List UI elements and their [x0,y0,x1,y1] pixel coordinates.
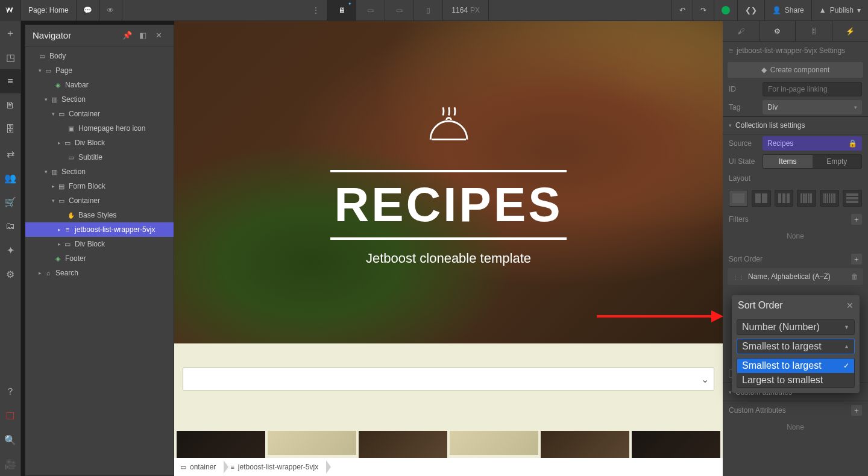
tree-row-form[interactable]: ▸Form Block [25,179,174,193]
sort-field-select[interactable]: Number (Number)▼ [737,319,855,335]
thumb-item[interactable] [177,431,265,458]
hero-title: RECIPES [330,170,566,240]
navigator-icon[interactable]: ≡ [0,69,21,93]
ecommerce-icon[interactable]: 🛒 [0,190,21,214]
breakpoint-group: 🖥 ▭ ▭ ▯ [327,0,443,21]
audit-icon[interactable] [0,404,21,428]
video-icon[interactable]: 🎥 [0,452,21,476]
redo-icon[interactable]: ↷ [693,0,714,21]
tree-row-base-styles[interactable]: Base Styles [25,208,174,222]
dock-icon[interactable]: ◧ [135,28,151,43]
crumb-jetboost[interactable]: ≡jetboost-list-wrapper-5vjx [224,459,327,475]
thumb-item[interactable] [541,431,629,458]
filter-select[interactable]: ⌄ [183,368,714,390]
tree-row-navbar[interactable]: Navbar [25,78,174,92]
webflow-logo-icon[interactable] [0,0,21,21]
tab-interactions-icon[interactable]: ⚡ [832,21,869,41]
component-icon: ◆ [761,66,767,74]
uistate-items[interactable]: Items [763,155,813,168]
thumb-item[interactable] [359,431,447,458]
settings-icon[interactable]: ⚙ [0,262,21,286]
filter-row: ⌄ [174,343,723,390]
thumb-item[interactable] [450,431,538,455]
uistate-segment[interactable]: ItemsEmpty [763,154,862,169]
layout-4col[interactable] [797,190,816,207]
tree-row-jetboost[interactable]: ▸jetboost-list-wrapper-5vjx [25,222,174,237]
thumb-item[interactable] [632,431,720,458]
tree-row-div[interactable]: ▸Div Block [25,237,174,251]
canvas-size[interactable]: 1164 PX [443,0,489,21]
users-icon[interactable]: 👥 [0,166,21,190]
tree-row-search[interactable]: ▸Search [25,266,174,280]
close-icon[interactable]: ✕ [846,301,854,310]
assets-icon[interactable]: 🗂 [0,214,21,238]
status-indicator[interactable] [714,0,737,21]
tab-settings-icon[interactable]: ⚙ [760,21,796,41]
crumb-container[interactable]: ▭ontainer [174,459,224,475]
collection-settings-header[interactable]: ▾Collection list settings [723,116,868,134]
layout-2col[interactable] [752,190,771,207]
symbols-icon[interactable]: ◳ [0,45,21,69]
tree-row-container[interactable]: ▾Container [25,193,174,208]
sort-option-largest[interactable]: Largest to smallest [737,373,854,387]
sort-item[interactable]: ⋮⋮Name, Alphabetical (A–Z)🗑 [728,268,863,285]
thumb-item[interactable] [268,431,356,455]
cms-icon[interactable]: 🗄 [0,117,21,142]
drag-handle-icon[interactable]: ⋮⋮ [732,274,744,280]
undo-icon[interactable]: ↶ [671,0,693,21]
add-element-icon[interactable]: ＋ [0,21,21,45]
left-toolbar: ＋ ◳ ≡ 🗎 🗄 ⇄ 👥 🛒 🗂 ✦ ⚙ ？ 🔍 🎥 [0,21,21,476]
tree-row-footer[interactable]: Footer [25,251,174,266]
comments-icon[interactable]: 💬 [77,0,99,21]
add-attribute-button[interactable]: ＋ [851,405,862,416]
add-sort-button[interactable]: ＋ [851,254,862,265]
hero-section[interactable]: RECIPES Jetboost cloneable template [174,21,723,343]
layout-3col[interactable] [775,190,794,207]
breakpoint-tablet-icon[interactable]: ▭ [356,0,385,21]
share-button[interactable]: 👤 Share [764,0,811,21]
id-input[interactable]: For in-page linking [763,82,862,96]
tree-row-div[interactable]: ▸Div Block [25,136,174,150]
tree-row-subtitle[interactable]: Subtitle [25,150,174,164]
tab-style-icon[interactable]: 🖌 [723,21,760,41]
layout-1col[interactable] [729,190,748,207]
sort-order-popover: Sort Order ✕ Number (Number)▼ Smallest t… [732,295,860,393]
sort-direction-select[interactable]: Smallest to largest▲ [737,339,855,354]
check-icon: ✓ [843,362,849,370]
add-filter-button[interactable]: ＋ [851,214,862,225]
page-selector[interactable]: Page: Home [21,0,77,20]
tree-row-body[interactable]: Body [25,49,174,63]
popover-header: Sort Order ✕ [732,295,860,316]
create-component-button[interactable]: ◆Create component [728,62,863,78]
search-icon[interactable]: 🔍 [0,428,21,452]
help-icon[interactable]: ？ [0,380,21,404]
breakpoint-desktop-icon[interactable]: 🖥 [327,0,356,21]
tab-style-manager-icon[interactable]: 🎛 [796,21,832,41]
tree-row-hero-icon[interactable]: Homepage hero icon [25,121,174,136]
close-icon[interactable]: ✕ [151,28,166,43]
pin-icon[interactable]: 📌 [119,28,135,43]
logic-icon[interactable]: ⇄ [0,142,21,166]
tree-row-section[interactable]: ▾Section [25,92,174,107]
tag-select[interactable]: Div▾ [763,100,862,114]
design-canvas: RECIPES Jetboost cloneable template ⌄ ▭o… [174,21,723,476]
more-icon[interactable]: ⋮ [304,0,327,21]
attributes-empty: None [723,419,868,435]
delete-icon[interactable]: 🗑 [851,272,858,281]
tree-row-container[interactable]: ▾Container [25,107,174,121]
breakpoint-mobile-icon[interactable]: ▯ [414,0,443,21]
pages-icon[interactable]: 🗎 [0,93,21,117]
layout-list[interactable] [843,190,862,207]
sort-option-smallest[interactable]: Smallest to largest✓ [737,359,854,373]
tree-row-page[interactable]: ▾Page [25,63,174,78]
publish-button[interactable]: ▲ Publish ▾ [811,0,868,21]
source-select[interactable]: Recipes🔒 [763,136,862,151]
apps-icon[interactable]: ✦ [0,238,21,262]
layout-6col[interactable] [820,190,839,207]
uistate-empty[interactable]: Empty [813,155,862,168]
breakpoint-mobile-landscape-icon[interactable]: ▭ [385,0,414,21]
page-prefix: Page: [28,6,47,14]
preview-icon[interactable]: 👁 [99,0,122,21]
tree-row-section[interactable]: ▾Section [25,164,174,179]
export-code-icon[interactable]: ❮❯ [737,0,764,21]
